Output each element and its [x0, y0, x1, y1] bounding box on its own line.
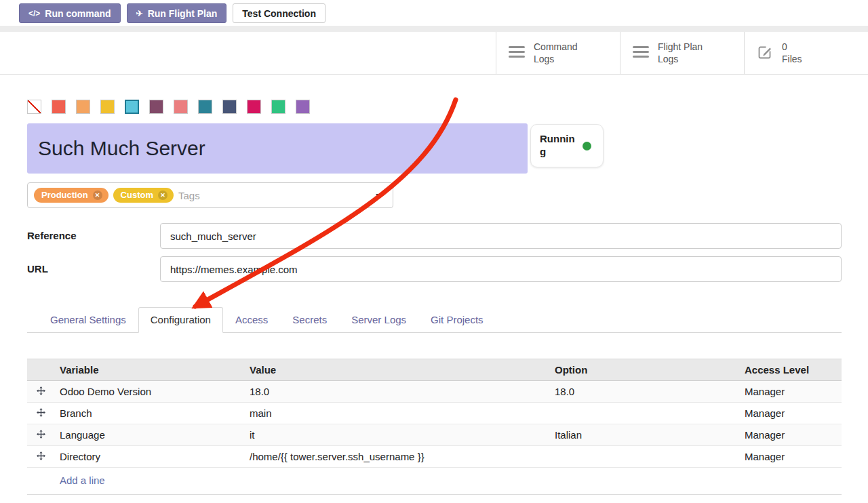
test-connection-button[interactable]: Test Connection: [233, 3, 326, 23]
cell-variable[interactable]: Directory: [54, 446, 244, 468]
plane-icon: ✈: [136, 9, 143, 18]
status-indicator[interactable]: Running: [530, 124, 604, 167]
move-icon[interactable]: [37, 386, 45, 395]
cell-access-level[interactable]: Manager: [739, 403, 842, 424]
color-swatch-navy[interactable]: [222, 100, 237, 114]
cell-option[interactable]: Italian: [549, 424, 739, 446]
reference-label: Reference: [27, 223, 160, 249]
run-flight-plan-button[interactable]: ✈ Run Flight Plan: [127, 3, 227, 23]
tab-general-settings[interactable]: General Settings: [38, 307, 138, 333]
color-swatch-magenta[interactable]: [247, 100, 261, 114]
add-line-row: Add a line: [27, 468, 842, 495]
table-header-row: Variable Value Option Access Level: [27, 359, 842, 381]
tag-custom: Custom ✕: [113, 188, 174, 203]
cell-value[interactable]: it: [244, 424, 549, 446]
color-swatch-orange[interactable]: [76, 100, 90, 114]
table-row[interactable]: Directory /home/{{ tower.server.ssh_user…: [27, 446, 842, 468]
cell-variable[interactable]: Branch: [54, 403, 244, 424]
menu-icon: [633, 46, 649, 60]
variables-table: Variable Value Option Access Level Odoo …: [27, 359, 842, 495]
header-option: Option: [549, 359, 739, 381]
url-row: URL: [27, 256, 842, 282]
command-logs-label: Command Logs: [534, 41, 578, 65]
run-command-button[interactable]: </> Run command: [19, 3, 121, 23]
header-handle: [27, 359, 54, 381]
color-swatch-none[interactable]: [27, 100, 41, 114]
form-view: Running Production ✕ Custom ✕ Tags Refer…: [0, 100, 868, 495]
cell-variable[interactable]: Language: [54, 424, 244, 446]
color-swatch-purple[interactable]: [296, 100, 310, 114]
add-line-link[interactable]: Add a line: [60, 475, 105, 486]
cell-option[interactable]: [549, 403, 739, 424]
tag-label: Production: [41, 190, 88, 200]
reference-input[interactable]: [160, 223, 842, 249]
cell-variable[interactable]: Odoo Demo Version: [54, 381, 244, 403]
flight-plan-logs-label: Flight Plan Logs: [658, 41, 703, 65]
run-command-label: Run command: [45, 8, 111, 19]
run-flight-plan-label: Run Flight Plan: [148, 8, 218, 19]
cell-value[interactable]: main: [244, 403, 549, 424]
table-row[interactable]: Branch main Manager: [27, 403, 842, 424]
code-icon: </>: [28, 9, 40, 18]
cell-access-level[interactable]: Manager: [739, 446, 842, 468]
status-dot-icon: [583, 142, 591, 150]
color-swatch-cyan-selected[interactable]: [125, 100, 139, 114]
move-icon[interactable]: [37, 430, 45, 439]
color-palette: [27, 100, 842, 114]
color-swatch-green[interactable]: [271, 100, 285, 114]
color-swatch-salmon[interactable]: [174, 100, 188, 114]
menu-icon: [509, 46, 525, 60]
remove-tag-icon[interactable]: ✕: [93, 190, 102, 200]
cell-value[interactable]: 18.0: [244, 381, 549, 403]
title-row: Running: [27, 123, 842, 174]
remove-tag-icon[interactable]: ✕: [158, 190, 167, 200]
color-swatch-teal[interactable]: [198, 100, 212, 114]
cell-option[interactable]: [549, 446, 739, 468]
test-connection-label: Test Connection: [242, 8, 316, 19]
color-swatch-dark-purple[interactable]: [149, 100, 163, 114]
header-access-level: Access Level: [739, 359, 842, 381]
tab-secrets[interactable]: Secrets: [280, 307, 339, 333]
cell-access-level[interactable]: Manager: [739, 424, 842, 446]
flight-plan-logs-button[interactable]: Flight Plan Logs: [620, 32, 744, 74]
action-toolbar: </> Run command ✈ Run Flight Plan Test C…: [0, 0, 868, 23]
tags-input[interactable]: Production ✕ Custom ✕ Tags: [27, 182, 393, 208]
url-label: URL: [27, 256, 160, 282]
files-button[interactable]: 0 Files: [744, 32, 868, 74]
tab-server-logs[interactable]: Server Logs: [339, 307, 418, 333]
url-input[interactable]: [160, 256, 842, 282]
reference-row: Reference: [27, 223, 842, 249]
header-value: Value: [244, 359, 549, 381]
divider-strip: [0, 26, 868, 32]
status-label: Running: [540, 133, 576, 159]
edit-icon: [757, 44, 773, 62]
table-row[interactable]: Language it Italian Manager: [27, 424, 842, 446]
tag-label: Custom: [121, 190, 153, 200]
files-label: 0 Files: [782, 41, 802, 65]
move-icon[interactable]: [37, 408, 45, 417]
header-variable: Variable: [54, 359, 244, 381]
cell-access-level[interactable]: Manager: [739, 381, 842, 403]
command-logs-button[interactable]: Command Logs: [496, 32, 620, 74]
move-icon[interactable]: [37, 451, 45, 460]
color-swatch-red[interactable]: [52, 100, 66, 114]
tags-placeholder: Tags: [178, 190, 200, 201]
tag-production: Production ✕: [34, 188, 108, 203]
tab-access[interactable]: Access: [223, 307, 280, 333]
color-swatch-yellow[interactable]: [100, 100, 115, 114]
table-row[interactable]: Odoo Demo Version 18.0 18.0 Manager: [27, 381, 842, 403]
tab-configuration[interactable]: Configuration: [138, 307, 223, 333]
tab-git-projects[interactable]: Git Projects: [418, 307, 496, 333]
cell-option[interactable]: 18.0: [549, 381, 739, 403]
caret-down-icon[interactable]: [376, 194, 382, 198]
record-header: Command Logs Flight Plan Logs 0 Files: [0, 32, 868, 75]
tab-bar: General Settings Configuration Access Se…: [27, 307, 842, 333]
cell-value[interactable]: /home/{{ tower.server.ssh_username }}: [244, 446, 549, 468]
server-name-input[interactable]: [27, 123, 528, 174]
